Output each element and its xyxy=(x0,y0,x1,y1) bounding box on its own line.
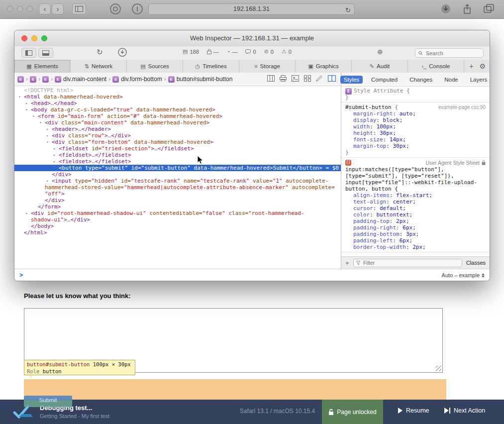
breadcrumb-item[interactable]: E xyxy=(42,76,49,83)
dock-bottom-button[interactable] xyxy=(38,48,53,58)
next-action-button[interactable]: Next Action xyxy=(444,407,485,414)
sidebar-tab-layers[interactable]: Layers xyxy=(467,76,490,84)
sidebar-tab-node[interactable]: Node xyxy=(441,76,462,84)
download-archive-button[interactable] xyxy=(118,48,127,58)
css-property[interactable]: align-items: flex-start; xyxy=(345,192,486,199)
breadcrumb-item-button#submit-button[interactable]: Ebutton#submit-button xyxy=(168,76,233,83)
page-unlocked-button[interactable]: Page unlocked xyxy=(322,400,383,424)
filter-input[interactable] xyxy=(362,259,459,266)
dom-tree-row[interactable]: hammerhead-stored-value="hammerhead|auto… xyxy=(14,184,341,191)
dom-tree-row[interactable]: </div> xyxy=(14,171,341,178)
inspector-titlebar[interactable]: Web Inspector — 192.168.1.31 — example xyxy=(14,30,490,47)
new-tab-button[interactable]: + xyxy=(469,62,473,70)
css-property[interactable]: height: 30px; xyxy=(345,130,486,136)
dom-tree-row[interactable]: ▸<header>…</header> xyxy=(14,126,341,132)
dom-tree-row[interactable]: <!DOCTYPE html> xyxy=(14,87,341,94)
address-bar[interactable]: 192.168.1.31 ↻ xyxy=(148,3,355,15)
back-button[interactable]: ‹ xyxy=(39,3,51,14)
frames-icon[interactable] xyxy=(292,75,299,82)
dom-tree-row[interactable]: ▸<fieldset>…</fieldset> xyxy=(14,152,341,158)
element-picker-button[interactable]: ⊕ xyxy=(377,48,383,58)
css-property[interactable]: padding-bottom: 3px; xyxy=(345,231,486,237)
printer-icon[interactable] xyxy=(280,75,287,82)
share-button[interactable] xyxy=(463,4,472,14)
dom-tree-row[interactable]: ▸<head>…</head> xyxy=(14,100,341,106)
tab-timelines[interactable]: ◷Timelines xyxy=(183,60,239,73)
resize-grip[interactable] xyxy=(436,366,441,371)
dom-tree-row[interactable]: ▸<input type="hidden" id="testcafe-rank"… xyxy=(14,178,341,184)
dom-tree-row[interactable]: ▸<fieldset id="tried-section">…</fieldse… xyxy=(14,145,341,152)
disclosure-open-icon[interactable]: ▾ xyxy=(39,119,45,126)
dom-tree-row[interactable]: shadow-ui">…</div> xyxy=(14,216,341,223)
sidebar-tab-styles[interactable]: Styles xyxy=(340,76,363,84)
tab-audit[interactable]: ✎Audit xyxy=(352,60,408,73)
tab-overview-button[interactable] xyxy=(484,4,494,13)
disclosure-open-icon[interactable]: ▾ xyxy=(18,94,24,100)
window-minimize-button[interactable] xyxy=(17,6,23,12)
tab-storage[interactable]: ≡Storage xyxy=(239,60,296,73)
dom-tree-row[interactable]: ▸<fieldset>…</fieldset> xyxy=(14,158,341,165)
console-log-stat[interactable]: 0 xyxy=(245,49,256,55)
dom-tree-row[interactable]: </form> xyxy=(14,204,341,210)
extension-icon-1[interactable] xyxy=(110,3,121,14)
tab-graphics[interactable]: ▣Graphics xyxy=(296,60,352,73)
console-error-stat[interactable]: ⊘0 xyxy=(264,48,274,55)
downloads-button[interactable] xyxy=(440,3,451,14)
disclosure-closed-icon[interactable]: ▸ xyxy=(53,152,59,158)
css-property[interactable]: width: 100px; xyxy=(345,123,486,130)
columns-icon[interactable] xyxy=(267,75,275,82)
edit-pencil-icon[interactable] xyxy=(316,75,323,82)
dom-tree-row[interactable]: ▾<div class="form-bottom" data-hammerhea… xyxy=(14,139,341,145)
breadcrumb-item-div.form-bottom[interactable]: Ediv.form-bottom xyxy=(112,76,162,83)
split-view-icon[interactable] xyxy=(328,75,336,82)
css-property[interactable]: display: block; xyxy=(345,117,486,123)
dom-tree-row[interactable]: ▸<div id="root-hammerhead-shadow-ui" con… xyxy=(14,210,341,216)
disclosure-closed-icon[interactable]: ▸ xyxy=(25,210,31,216)
resume-button[interactable]: Resume xyxy=(398,407,429,414)
dock-side-button[interactable] xyxy=(21,48,36,58)
sidebar-tab-computed[interactable]: Computed xyxy=(368,76,401,84)
grid-icon[interactable] xyxy=(304,75,311,82)
css-property[interactable]: padding-left: 6px; xyxy=(345,237,486,244)
css-property[interactable]: margin-top: 30px; xyxy=(345,143,486,149)
css-property[interactable]: border-top-width: 2px; xyxy=(345,244,486,250)
timing-stat[interactable]: ◔— xyxy=(227,49,238,55)
console-prompt-icon[interactable]: > xyxy=(19,272,23,279)
add-rule-button[interactable]: + xyxy=(345,259,349,267)
tab-sources[interactable]: ▤Sources xyxy=(127,60,183,73)
tab-network[interactable]: ⇅Network xyxy=(71,60,127,73)
breadcrumb-item[interactable]: E xyxy=(30,76,36,83)
console-warning-stat[interactable]: ⚠0 xyxy=(282,48,292,55)
window-close-button[interactable] xyxy=(7,6,13,12)
sidebar-toggle-button[interactable] xyxy=(72,3,86,14)
dom-tree-row[interactable]: ▸<div class="row">…</div> xyxy=(14,132,341,139)
disclosure-closed-icon[interactable]: ▸ xyxy=(53,158,59,165)
extension-icon-2[interactable] xyxy=(132,3,143,14)
css-property[interactable]: cursor: default; xyxy=(345,205,486,212)
css-property[interactable]: font-size: 14px; xyxy=(345,136,486,143)
security-stat[interactable]: — xyxy=(207,49,219,55)
dom-tree-row[interactable]: ▾<html data-hammerhead-hovered> xyxy=(14,94,341,100)
window-zoom-button[interactable] xyxy=(27,6,33,12)
settings-gear-icon[interactable]: ⚙ xyxy=(479,62,486,70)
dom-tree-row[interactable]: "off"> xyxy=(14,191,341,197)
forward-button[interactable]: › xyxy=(52,3,64,14)
styles-filter-field[interactable] xyxy=(353,259,462,267)
dom-tree-row[interactable]: ▾<div class="main-content" data-hammerhe… xyxy=(14,119,341,126)
stylesheet-source-link[interactable]: example-page.css:90 xyxy=(438,104,486,110)
dom-tree-row[interactable]: </body> xyxy=(14,223,341,229)
breadcrumb-item-div.main-content[interactable]: Ediv.main-content xyxy=(55,76,106,83)
tab-console[interactable]: ›_Console xyxy=(408,60,464,73)
disclosure-closed-icon[interactable]: ▸ xyxy=(46,132,52,139)
css-property[interactable]: padding-top: 2px; xyxy=(345,218,486,224)
inspector-search-field[interactable] xyxy=(415,48,484,58)
reload-page-button[interactable]: ↻ xyxy=(97,48,103,58)
css-property[interactable]: text-align: center; xyxy=(345,199,486,205)
dom-tree-row[interactable]: </div> xyxy=(14,197,341,204)
css-property[interactable]: color: buttontext; xyxy=(345,212,486,218)
resources-stat[interactable]: ▤188 xyxy=(183,48,199,55)
sidebar-tab-changes[interactable]: Changes xyxy=(406,76,436,84)
dom-tree-row[interactable]: <button type="submit" id="submit-button"… xyxy=(14,165,341,171)
disclosure-open-icon[interactable]: ▾ xyxy=(46,139,52,145)
search-input[interactable] xyxy=(425,50,480,57)
